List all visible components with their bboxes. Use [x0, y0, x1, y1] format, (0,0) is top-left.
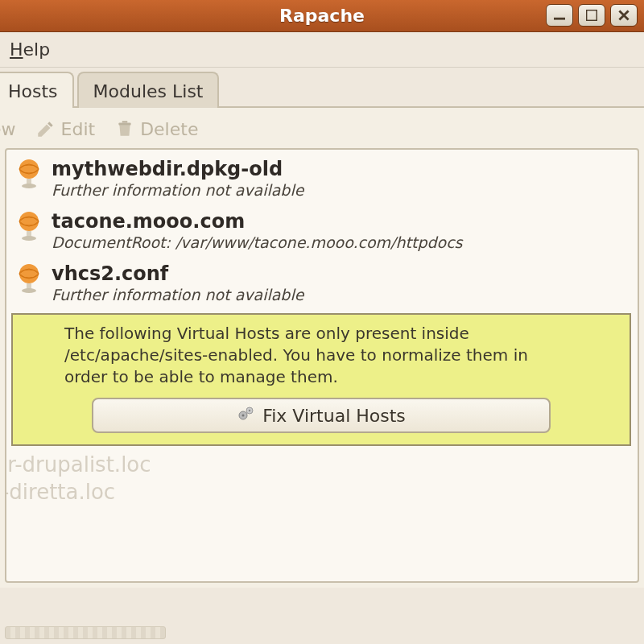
vhost-name: vhcs2.conf [52, 262, 303, 285]
delete-button[interactable]: Delete [114, 118, 198, 139]
svg-point-14 [19, 264, 39, 283]
vhost-name: tacone.mooo.com [52, 210, 462, 233]
svg-rect-4 [119, 122, 131, 125]
vhost-text: vhcs2.conf Further information not avail… [52, 262, 303, 303]
menu-help-rest: elp [23, 39, 51, 60]
maximize-icon [586, 7, 597, 24]
svg-point-6 [19, 159, 39, 179]
svg-point-13 [22, 236, 36, 241]
trash-icon [114, 118, 135, 139]
vhost-name: mythwebdir.dpkg-old [52, 158, 303, 180]
svg-rect-5 [122, 121, 128, 122]
tab-modules[interactable]: Modules List [77, 72, 220, 108]
menu-help-accel: H [10, 39, 23, 60]
vhost-row[interactable]: mythwebdir.dpkg-old Further information … [6, 150, 638, 202]
tab-hosts[interactable]: Hosts [0, 72, 74, 108]
warning-panel: The following Virtual Hosts are only pre… [11, 313, 631, 446]
disabled-vhost-name: a-diretta.loc [5, 480, 115, 504]
disabled-vhost-row: air-drupalist.loc [5, 449, 638, 477]
toolbar: ew Edit Delete [5, 114, 639, 148]
svg-point-17 [22, 288, 36, 293]
disabled-vhost-name: air-drupalist.loc [5, 452, 151, 477]
globe-icon [14, 262, 43, 291]
vhost-text: tacone.mooo.com DocumentRoot: /var/www/t… [52, 210, 462, 251]
svg-rect-1 [586, 10, 597, 21]
edit-button[interactable]: Edit [35, 118, 96, 139]
svg-rect-0 [554, 17, 565, 19]
vhost-detail: Further information not available [52, 181, 303, 199]
minimize-button[interactable] [546, 4, 573, 27]
minimize-icon [554, 7, 565, 24]
vhost-text: mythwebdir.dpkg-old Further information … [52, 158, 303, 199]
new-button-label: ew [0, 119, 16, 139]
vhost-detail: DocumentRoot: /var/www/tacone.mooo.com/h… [52, 233, 462, 251]
close-icon [618, 7, 630, 24]
edit-button-label: Edit [61, 119, 96, 139]
menubar: Help [0, 32, 644, 68]
svg-point-19 [242, 414, 245, 416]
globe-icon [14, 158, 43, 187]
tabbar: Hosts Modules List [0, 68, 644, 108]
svg-point-21 [249, 409, 250, 411]
vhost-list: mythwebdir.dpkg-old Further information … [5, 148, 639, 583]
app-window: Rapache Help H [0, 0, 644, 644]
vhost-row[interactable]: tacone.mooo.com DocumentRoot: /var/www/t… [6, 202, 638, 254]
warning-text: The following Virtual Hosts are only pre… [64, 323, 564, 388]
menu-help[interactable]: Help [6, 38, 53, 61]
fix-vhosts-label: Fix Virtual Hosts [262, 406, 406, 426]
delete-button-label: Delete [140, 119, 198, 139]
edit-icon [35, 118, 56, 139]
window-controls [546, 4, 638, 27]
vhost-detail: Further information not available [52, 286, 303, 303]
disabled-vhost-row: a-diretta.loc [5, 477, 638, 504]
svg-point-9 [22, 184, 36, 188]
tab-modules-label: Modules List [93, 81, 204, 101]
fix-vhosts-button[interactable]: Fix Virtual Hosts [92, 398, 551, 433]
titlebar: Rapache [0, 0, 644, 32]
maximize-button[interactable] [578, 4, 605, 27]
gears-icon [237, 404, 256, 427]
content-area: ew Edit Delete [0, 108, 644, 588]
globe-icon [14, 210, 43, 239]
svg-point-10 [19, 212, 39, 231]
statusbar-grip [5, 626, 166, 639]
new-button[interactable]: ew [0, 119, 16, 139]
close-button[interactable] [610, 4, 638, 27]
vhost-row[interactable]: vhcs2.conf Further information not avail… [6, 254, 638, 307]
tab-hosts-label: Hosts [8, 81, 58, 101]
